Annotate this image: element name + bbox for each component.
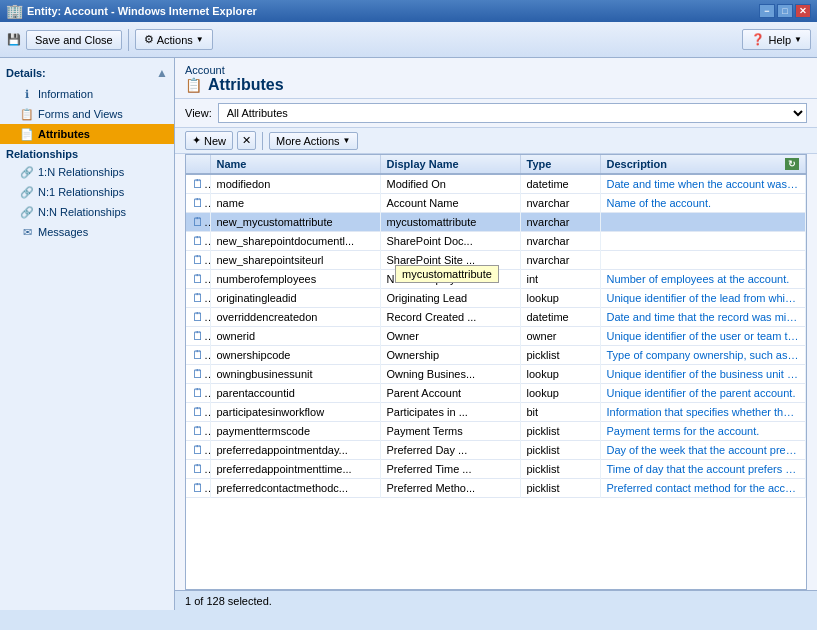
row-name: overriddencreatedon: [210, 308, 380, 327]
messages-icon: ✉: [20, 225, 34, 239]
sidebar-collapse-button[interactable]: ▲: [156, 66, 168, 80]
row-name: new_mycustomattribute: [210, 213, 380, 232]
row-type: lookup: [520, 289, 600, 308]
close-button[interactable]: ✕: [795, 4, 811, 18]
view-selector[interactable]: All Attributes Custom Attributes Customi…: [218, 103, 807, 123]
sidebar-item-forms-views[interactable]: 📋 Forms and Views: [0, 104, 174, 124]
status-bar: 1 of 128 selected.: [175, 590, 817, 610]
disk-icon: 💾: [6, 32, 22, 48]
col-header-type[interactable]: Type: [520, 155, 600, 174]
row-type: picklist: [520, 422, 600, 441]
row-icon-cell: 🗒: [186, 270, 210, 289]
col-header-display-name[interactable]: Display Name: [380, 155, 520, 174]
maximize-button[interactable]: □: [777, 4, 793, 18]
row-name: preferredappointmentday...: [210, 441, 380, 460]
row-description: Name of the account.: [600, 194, 806, 213]
table-row[interactable]: 🗒numberofemployeesNo. of EmployeesintNum…: [186, 270, 806, 289]
table-row[interactable]: 🗒new_mycustomattributemycustomattributen…: [186, 213, 806, 232]
row-icon: 🗒: [192, 481, 210, 495]
row-name: name: [210, 194, 380, 213]
delete-button[interactable]: ✕: [237, 131, 256, 150]
more-actions-button[interactable]: More Actions ▼: [269, 132, 358, 150]
row-description: Day of the week that the account prefers…: [600, 441, 806, 460]
row-icon-cell: 🗒: [186, 422, 210, 441]
window-title: Entity: Account - Windows Internet Explo…: [27, 5, 257, 17]
row-type: picklist: [520, 460, 600, 479]
row-description: Date and time that the record was migrat…: [600, 308, 806, 327]
attributes-icon: 📄: [20, 127, 34, 141]
row-name: preferredappointmenttime...: [210, 460, 380, 479]
row-name: new_sharepointsiteurl: [210, 251, 380, 270]
row-icon-cell: 🗒: [186, 384, 210, 403]
row-icon-cell: 🗒: [186, 251, 210, 270]
row-display-name: Modified On: [380, 174, 520, 194]
row-type: int: [520, 270, 600, 289]
row-icon-cell: 🗒: [186, 479, 210, 498]
row-name: originatingleadid: [210, 289, 380, 308]
table-row[interactable]: 🗒overriddencreatedonRecord Created ...da…: [186, 308, 806, 327]
table-row[interactable]: 🗒preferredappointmenttime...Preferred Ti…: [186, 460, 806, 479]
table-row[interactable]: 🗒parentaccountidParent AccountlookupUniq…: [186, 384, 806, 403]
new-icon: ✦: [192, 134, 201, 147]
table-row[interactable]: 🗒ownershipcodeOwnershippicklistType of c…: [186, 346, 806, 365]
sidebar-item-n1-relationships[interactable]: 🔗 N:1 Relationships: [0, 182, 174, 202]
row-icon: 🗒: [192, 462, 210, 476]
row-icon: 🗒: [192, 348, 210, 362]
minimize-button[interactable]: −: [759, 4, 775, 18]
help-button[interactable]: ❓ Help ▼: [742, 29, 811, 50]
row-icon-cell: 🗒: [186, 194, 210, 213]
row-icon-cell: 🗒: [186, 441, 210, 460]
row-display-name: mycustomattribute: [380, 213, 520, 232]
table-row[interactable]: 🗒preferredcontactmethodc...Preferred Met…: [186, 479, 806, 498]
row-icon-cell: 🗒: [186, 174, 210, 194]
sidebar-information-label: Information: [38, 88, 93, 100]
row-name: numberofemployees: [210, 270, 380, 289]
sidebar-item-nn-relationships[interactable]: 🔗 N:N Relationships: [0, 202, 174, 222]
table-row[interactable]: 🗒new_sharepointdocumentl...SharePoint Do…: [186, 232, 806, 251]
actions-button[interactable]: ⚙ Actions ▼: [135, 29, 213, 50]
sidebar-item-information[interactable]: ℹ Information: [0, 84, 174, 104]
row-type: nvarchar: [520, 194, 600, 213]
row-type: picklist: [520, 346, 600, 365]
row-display-name: Preferred Metho...: [380, 479, 520, 498]
information-icon: ℹ: [20, 87, 34, 101]
row-name: parentaccountid: [210, 384, 380, 403]
content-area: Account 📋 Attributes View: All Attribute…: [175, 58, 817, 610]
row-display-name: SharePoint Site ...: [380, 251, 520, 270]
toolbar: 💾 Save and Close ⚙ Actions ▼ ❓ Help ▼: [0, 22, 817, 58]
row-icon: 🗒: [192, 405, 210, 419]
sidebar-item-attributes[interactable]: 📄 Attributes: [0, 124, 174, 144]
table-row[interactable]: 🗒preferredappointmentday...Preferred Day…: [186, 441, 806, 460]
refresh-icon[interactable]: ↻: [785, 158, 799, 170]
sidebar-attributes-label: Attributes: [38, 128, 90, 140]
save-close-button[interactable]: Save and Close: [26, 30, 122, 50]
row-description: Unique identifier of the business unit t…: [600, 365, 806, 384]
sidebar-nn-label: N:N Relationships: [38, 206, 126, 218]
delete-icon: ✕: [242, 134, 251, 147]
sidebar-item-1n-relationships[interactable]: 🔗 1:N Relationships: [0, 162, 174, 182]
table-row[interactable]: 🗒owneridOwnerownerUnique identifier of t…: [186, 327, 806, 346]
table-row[interactable]: 🗒paymenttermscodePayment TermspicklistPa…: [186, 422, 806, 441]
table-row[interactable]: 🗒owningbusinessunitOwning Busines...look…: [186, 365, 806, 384]
toolbar-separator: [128, 29, 129, 51]
sidebar: Details: ▲ ℹ Information 📋 Forms and Vie…: [0, 58, 175, 610]
row-type: bit: [520, 403, 600, 422]
row-icon-cell: 🗒: [186, 213, 210, 232]
col-header-description[interactable]: Description ↻: [600, 155, 806, 174]
table-row[interactable]: 🗒participatesinworkflowParticipates in .…: [186, 403, 806, 422]
attributes-grid[interactable]: Name Display Name Type Description ↻: [185, 154, 807, 590]
row-name: paymenttermscode: [210, 422, 380, 441]
table-row[interactable]: 🗒originatingleadidOriginating Leadlookup…: [186, 289, 806, 308]
table-row[interactable]: 🗒modifiedonModified OndatetimeDate and t…: [186, 174, 806, 194]
row-description: [600, 213, 806, 232]
table-row[interactable]: 🗒new_sharepointsiteurlSharePoint Site ..…: [186, 251, 806, 270]
grid-toolbar: ✦ New ✕ More Actions ▼: [175, 127, 817, 154]
forms-views-icon: 📋: [20, 107, 34, 121]
col-header-name[interactable]: Name: [210, 155, 380, 174]
title-bar: 🏢 Entity: Account - Windows Internet Exp…: [0, 0, 817, 22]
new-button[interactable]: ✦ New: [185, 131, 233, 150]
table-row[interactable]: 🗒nameAccount NamenvarcharName of the acc…: [186, 194, 806, 213]
actions-icon: ⚙: [144, 33, 154, 46]
page-title-row: 📋 Attributes: [185, 76, 807, 94]
sidebar-item-messages[interactable]: ✉ Messages: [0, 222, 174, 242]
